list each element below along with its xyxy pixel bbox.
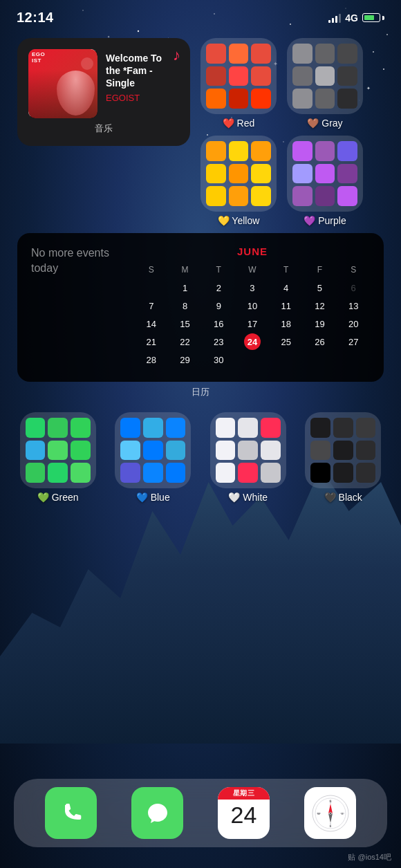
folder-app (337, 141, 357, 161)
folder-app (315, 186, 335, 206)
folder-app (120, 441, 140, 461)
folder-app (143, 463, 163, 483)
yellow-folder-group[interactable]: 💛 Yellow (200, 136, 277, 226)
black-folder-label: 🖤 Black (324, 492, 362, 503)
cal-cell: 12 (311, 297, 328, 314)
folder-app (229, 186, 249, 206)
cal-header-m: M (177, 261, 194, 278)
watermark: 贴 @ios14吧 (348, 852, 391, 862)
calendar-widget-label: 日历 (0, 386, 401, 398)
bottom-apps: 💚 Green 💙 Blue (0, 405, 401, 503)
folder-app (292, 44, 313, 64)
cal-header-t: T (210, 261, 227, 278)
white-folder-group[interactable]: 🤍 White (210, 412, 286, 503)
dock-phone[interactable] (45, 787, 97, 839)
signal-icon (328, 13, 341, 23)
folder-app (216, 441, 236, 461)
folder-app (206, 44, 226, 64)
cal-cell: 30 (210, 351, 227, 368)
cal-header-w: W (244, 261, 261, 278)
dock-messages[interactable] (131, 787, 183, 839)
folder-app (229, 164, 249, 184)
dock-calendar[interactable]: 星期三 24 (218, 787, 270, 839)
folder-app (251, 89, 271, 109)
blue-folder-group[interactable]: 💙 Blue (115, 412, 191, 503)
gray-folder-label: 🤎 Gray (307, 118, 342, 129)
folder-app (238, 418, 258, 438)
cal-cell: 6 (345, 279, 362, 296)
folder-app (71, 441, 91, 461)
folder-app (310, 463, 330, 483)
folder-app (206, 66, 226, 86)
cal-cell: 15 (177, 315, 194, 332)
network-type: 4G (345, 12, 358, 24)
top-section: ♪ EGOIST Welcome To the *Fam - Single EG… (0, 31, 401, 233)
folder-app (120, 463, 140, 483)
cal-cell: 16 (210, 315, 227, 332)
black-folder[interactable] (305, 412, 381, 488)
folder-app (48, 418, 68, 438)
white-folder[interactable] (210, 412, 286, 488)
safari-icon[interactable]: N S W E (304, 787, 356, 839)
green-folder[interactable] (20, 412, 96, 488)
folder-app (292, 164, 313, 184)
folder-app (310, 418, 330, 438)
cal-header-s: S (143, 261, 160, 278)
purple-folder[interactable] (287, 136, 363, 212)
yellow-folder[interactable] (200, 136, 277, 212)
folder-app (315, 89, 335, 109)
cal-cell: 18 (278, 315, 295, 332)
svg-text:E: E (342, 812, 344, 815)
folder-app (315, 164, 335, 184)
cal-cell: 3 (244, 279, 261, 296)
folder-app (48, 463, 68, 483)
cal-cell: 29 (177, 351, 194, 368)
cal-cell: 2 (210, 279, 227, 296)
folder-app (356, 418, 376, 438)
black-folder-group[interactable]: 🖤 Black (305, 412, 381, 503)
folder-app (143, 418, 163, 438)
svg-text:W: W (317, 812, 320, 815)
folder-app (48, 441, 68, 461)
folder-app (238, 441, 258, 461)
folder-app (333, 463, 353, 483)
cal-cell: 21 (143, 333, 160, 350)
cal-cell: 4 (278, 279, 295, 296)
folder-app (251, 186, 271, 206)
folder-app (166, 418, 186, 438)
gray-folder-group[interactable]: 🤎 Gray (287, 38, 363, 129)
red-folder-label: ❤️ Red (223, 118, 255, 129)
red-folder[interactable] (200, 38, 277, 114)
calendar-grid: S M T W T F S 1 2 3 4 (135, 261, 370, 368)
cal-header-f: F (311, 261, 328, 278)
calendar-widget[interactable]: No more events today JUNE S M T W T F S (17, 233, 384, 382)
gray-folder[interactable] (287, 38, 363, 114)
purple-folder-group[interactable]: 💜 Purple (287, 136, 363, 226)
cal-cell: 23 (210, 333, 227, 350)
folder-app (229, 44, 249, 64)
dock-safari[interactable]: N S W E (304, 787, 356, 839)
folder-app (229, 89, 249, 109)
svg-point-35 (329, 812, 331, 814)
music-note-icon: ♪ (173, 46, 180, 64)
folder-app (206, 186, 226, 206)
folder-app (143, 441, 163, 461)
phone-icon[interactable] (45, 787, 97, 839)
calendar-dock-icon[interactable]: 星期三 24 (218, 787, 270, 839)
green-folder-group[interactable]: 💚 Green (20, 412, 96, 503)
messages-icon[interactable] (131, 787, 183, 839)
phone-svg (57, 800, 85, 827)
folder-app (292, 89, 313, 109)
svg-text:S: S (329, 824, 331, 828)
red-folder-group[interactable]: ❤️ Red (200, 38, 277, 129)
safari-svg: N S W E (311, 794, 350, 833)
blue-folder[interactable] (115, 412, 191, 488)
calendar-right: JUNE S M T W T F S 1 2 (135, 246, 370, 369)
music-widget[interactable]: ♪ EGOIST Welcome To the *Fam - Single EG… (17, 38, 190, 146)
folder-app (292, 66, 313, 86)
folder-app (251, 141, 271, 161)
folder-app (251, 66, 271, 86)
folder-app (216, 418, 236, 438)
cal-cell: 13 (345, 297, 362, 314)
green-folder-label: 💚 Green (37, 492, 79, 503)
